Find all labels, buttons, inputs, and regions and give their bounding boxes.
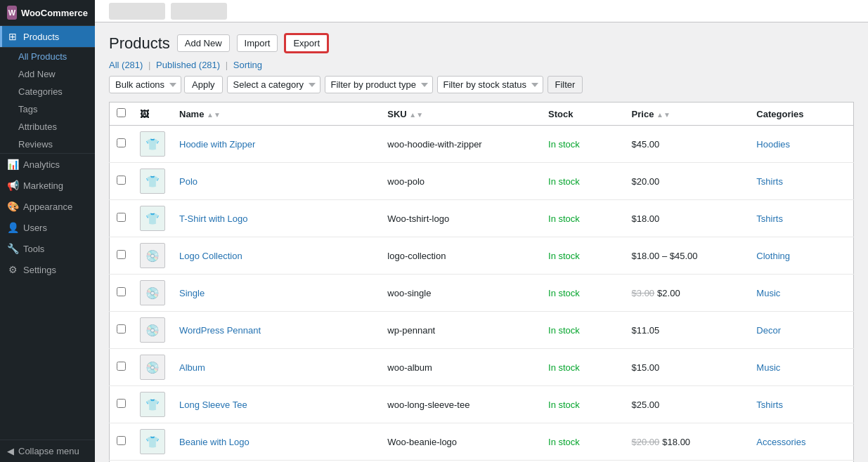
tags-label: Tags [18, 104, 37, 114]
tab-sorting[interactable]: Sorting [233, 60, 262, 70]
stock-status: In stock [548, 251, 580, 261]
stock-status: In stock [548, 362, 580, 373]
sidebar-item-appearance[interactable]: 🎨 Appearance [0, 196, 95, 217]
stock-status: In stock [548, 288, 580, 298]
marketing-label: Marketing [23, 180, 63, 191]
name-col-header[interactable]: Name ▲▼ [172, 103, 380, 126]
product-name-cell: Polo [172, 163, 380, 200]
original-price: $20.00 [632, 437, 660, 447]
sidebar-item-tags[interactable]: Tags [0, 100, 95, 118]
row-checkbox-5[interactable] [117, 324, 126, 334]
import-button[interactable]: Import [237, 34, 278, 52]
page-title: Products [109, 34, 170, 53]
row-checkbox-cell [110, 386, 134, 423]
row-checkbox-cell [110, 312, 134, 349]
sidebar-item-all-products[interactable]: All Products [0, 48, 95, 65]
analytics-icon: 📊 [7, 159, 18, 170]
select-all-header[interactable] [110, 103, 134, 126]
product-name-link[interactable]: WordPress Pennant [179, 325, 261, 336]
product-name-cell: T-Shirt with Logo [172, 200, 380, 237]
products-table: 🖼 Name ▲▼ SKU ▲▼ Stock Price ▲▼ Categori… [109, 102, 854, 462]
row-checkbox-2[interactable] [117, 213, 126, 222]
row-checkbox-1[interactable] [117, 176, 126, 185]
sidebar-item-marketing[interactable]: 📢 Marketing [0, 175, 95, 196]
category-link[interactable]: Tshirts [756, 400, 783, 410]
product-name-link[interactable]: Polo [179, 176, 197, 187]
tab-all[interactable]: All (281) [109, 60, 143, 70]
table-row: 👕T-Shirt with LogoWoo-tshirt-logoIn stoc… [110, 200, 854, 237]
sidebar-item-settings[interactable]: ⚙ Settings [0, 259, 95, 280]
sidebar-item-attributes[interactable]: Attributes [0, 118, 95, 136]
products-header: Products Add New Import Export [109, 34, 854, 53]
sidebar-item-reviews[interactable]: Reviews [0, 136, 95, 153]
category-link[interactable]: Tshirts [756, 213, 783, 224]
product-price: $15.00 [625, 349, 750, 386]
product-sku: logo-collection [380, 237, 541, 275]
sidebar-item-analytics[interactable]: 📊 Analytics [0, 154, 95, 175]
product-name-link[interactable]: Long Sleeve Tee [179, 400, 247, 410]
collapse-menu-button[interactable]: ◀ Collapse menu [0, 440, 95, 462]
product-price: $3.00$2.00 [625, 275, 750, 312]
sidebar-item-users[interactable]: 👤 Users [0, 217, 95, 238]
row-checkbox-4[interactable] [117, 287, 126, 296]
sidebar-item-add-new[interactable]: Add New [0, 65, 95, 83]
category-select[interactable]: Select a category [227, 76, 320, 93]
woocommerce-logo[interactable]: W WooCommerce [0, 0, 95, 26]
users-label: Users [23, 223, 47, 233]
product-name-link[interactable]: T-Shirt with Logo [179, 213, 248, 224]
settings-label: Settings [23, 265, 56, 275]
category-link[interactable]: Music [756, 362, 780, 373]
category-link[interactable]: Music [756, 288, 780, 298]
category-link[interactable]: Tshirts [756, 176, 783, 187]
row-checkbox-7[interactable] [117, 399, 126, 408]
product-type-select[interactable]: Filter by product type [325, 76, 433, 93]
select-all-checkbox[interactable] [117, 108, 126, 117]
product-name-link[interactable]: Hoodie with Zipper [179, 139, 255, 150]
price-col-header[interactable]: Price ▲▼ [625, 103, 750, 126]
product-name-link[interactable]: Beanie with Logo [179, 437, 250, 447]
table-row: 💿WordPress Pennantwp-pennantIn stock$11.… [110, 312, 854, 349]
sidebar-item-tools[interactable]: 🔧 Tools [0, 238, 95, 259]
table-header: 🖼 Name ▲▼ SKU ▲▼ Stock Price ▲▼ Categori… [110, 103, 854, 126]
sku-col-header[interactable]: SKU ▲▼ [380, 103, 541, 126]
sidebar-item-categories[interactable]: Categories [0, 83, 95, 100]
product-name-link[interactable]: Single [179, 288, 205, 298]
add-new-button[interactable]: Add New [177, 34, 230, 52]
filter-button[interactable]: Filter [548, 76, 583, 93]
stock-status-select[interactable]: Filter by stock status [437, 76, 543, 93]
table-row: 💿Albumwoo-albumIn stock$15.00Music [110, 349, 854, 386]
appearance-icon: 🎨 [7, 201, 18, 212]
product-price: $20.00$18.00 [625, 423, 750, 461]
sep-1: | [148, 60, 150, 70]
table-row: 👕Polowoo-poloIn stock$20.00Tshirts [110, 163, 854, 200]
tab-published[interactable]: Published (281) [156, 60, 220, 70]
product-name-cell: Long Sleeve Tee [172, 386, 380, 423]
product-price: $18.00 – $45.00 [625, 237, 750, 275]
stock-status: In stock [548, 325, 580, 336]
row-checkbox-cell [110, 163, 134, 200]
product-categories: Decor [749, 312, 853, 349]
product-thumbnail: 👕 [140, 392, 165, 417]
sidebar-item-products[interactable]: ⊞ Products [0, 26, 95, 47]
product-price: $25.00 [625, 386, 750, 423]
product-categories: Accessories [749, 423, 853, 461]
sep-2: | [226, 60, 228, 70]
table-row: 💿Logo Collectionlogo-collectionIn stock$… [110, 237, 854, 275]
category-link[interactable]: Clothing [756, 251, 790, 261]
table-body: 👕Hoodie with Zipperwoo-hoodie-with-zippe… [110, 126, 854, 463]
export-button[interactable]: Export [285, 34, 328, 53]
product-name-link[interactable]: Album [179, 362, 205, 373]
row-checkbox-8[interactable] [117, 436, 126, 445]
image-icon: 🖼 [140, 109, 149, 119]
price-sort-icon: ▲▼ [656, 111, 671, 119]
product-name-link[interactable]: Logo Collection [179, 251, 242, 261]
apply-button[interactable]: Apply [184, 76, 223, 93]
row-checkbox-6[interactable] [117, 362, 126, 371]
category-link[interactable]: Decor [756, 325, 781, 336]
category-link[interactable]: Hoodies [756, 139, 790, 150]
category-link[interactable]: Accessories [756, 437, 805, 447]
product-name-cell: Logo Collection [172, 237, 380, 275]
row-checkbox-0[interactable] [117, 138, 126, 147]
row-checkbox-3[interactable] [117, 250, 126, 259]
bulk-actions-select[interactable]: Bulk actions [109, 76, 181, 93]
